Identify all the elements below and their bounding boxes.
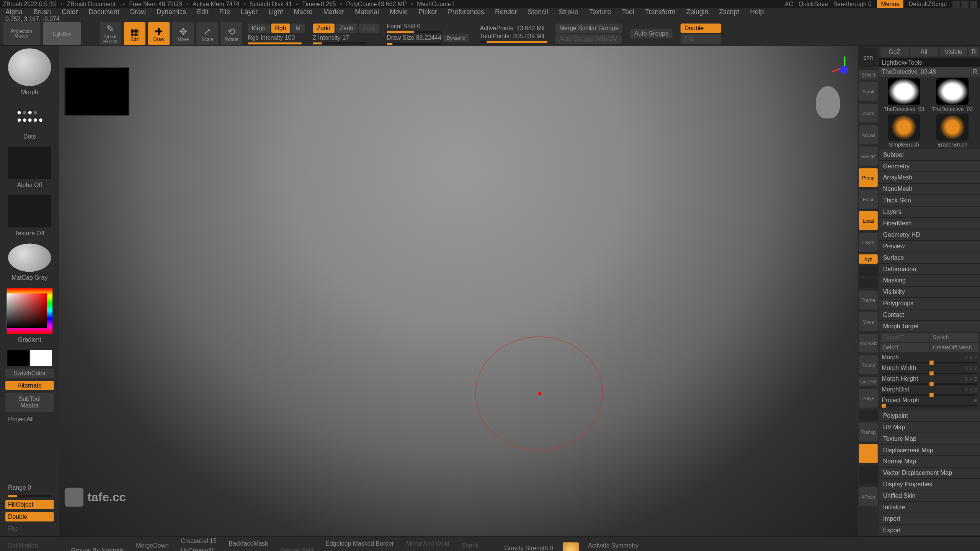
creatediff-button[interactable]: CreateDiff Mesh — [930, 343, 979, 352]
menu-render[interactable]: Render — [495, 8, 517, 15]
switchcolor-button[interactable]: SwitchColor — [5, 369, 54, 378]
section-preview[interactable]: Preview — [879, 241, 980, 252]
local-button[interactable]: Local — [859, 211, 878, 230]
xpose-button[interactable]: XPose — [859, 487, 878, 506]
tool-thumb-3[interactable]: SimpleBrush — [880, 114, 928, 148]
projection-master-button[interactable]: Projection Master — [3, 22, 40, 45]
mrgb-button[interactable]: Mrgb — [248, 23, 270, 33]
section-geometry[interactable]: Geometry — [879, 161, 980, 172]
section-uvmap[interactable]: UV Map — [879, 422, 980, 433]
minimize-icon[interactable] — [952, 0, 960, 8]
section-thickskin[interactable]: Thick Skin — [879, 195, 980, 207]
section-polypaint[interactable]: Polypaint — [879, 411, 980, 422]
section-polygroups[interactable]: Polygroups — [879, 298, 980, 310]
section-deformation[interactable]: Deformation — [879, 264, 980, 275]
all-tab[interactable]: All — [910, 47, 938, 57]
m-button[interactable]: M — [291, 23, 304, 33]
morphwidth-slider[interactable]: Morph Width — [882, 365, 916, 372]
close-icon[interactable] — [970, 0, 977, 8]
morphdist-slider[interactable]: MorphDist — [882, 386, 909, 393]
menu-marker[interactable]: Marker — [323, 8, 344, 15]
tool-thumb-2[interactable]: TheDetective_03 — [929, 78, 976, 112]
persp-button[interactable]: Persp — [859, 168, 878, 187]
storemt-button[interactable]: StoreMT — [880, 333, 929, 342]
menu-material[interactable]: Material — [355, 8, 379, 15]
uncreaseall-button[interactable]: UnCreaseAll — [178, 546, 219, 551]
alpha-swatch[interactable] — [8, 147, 51, 179]
mirrorweld-button[interactable]: Mirror And Weld — [403, 540, 452, 548]
projectall-button[interactable]: ProjectAll — [5, 414, 54, 424]
mergedown-button[interactable]: MergeDown — [133, 541, 171, 549]
maximize-icon[interactable] — [961, 0, 969, 8]
double2-button[interactable]: Double — [5, 512, 54, 522]
section-morphtarget[interactable]: Morph Target — [879, 321, 980, 333]
shrink-button[interactable]: Shrink — [459, 541, 481, 549]
stroke-swatch[interactable] — [8, 102, 51, 130]
section-subtool[interactable]: Subtool — [879, 149, 980, 161]
transp-button[interactable]: Transp — [859, 422, 878, 441]
gravity-slider[interactable]: Gravity Strength 0 — [501, 544, 556, 551]
aahalf-button[interactable]: AAHalf — [859, 147, 878, 165]
menu-dynamics[interactable]: Dynamics — [157, 8, 186, 15]
focal-shift-slider[interactable]: Focal Shift 0 — [387, 23, 469, 29]
menu-transform[interactable]: Transform — [645, 8, 675, 15]
menu-stroke[interactable]: Stroke — [559, 8, 578, 15]
groupsbynormals-button[interactable]: Groups By Normals — [69, 546, 127, 551]
move-button[interactable]: ✥Move — [172, 22, 194, 45]
scroll-button[interactable]: Scroll — [859, 82, 878, 101]
auto-groups-button[interactable]: Auto Groups — [630, 29, 672, 39]
visible-tab[interactable]: Visible — [939, 47, 968, 57]
section-import[interactable]: Import — [879, 514, 980, 525]
flip2-button[interactable]: Flip — [5, 524, 54, 534]
rtool-19[interactable] — [859, 411, 878, 420]
rtool-21[interactable] — [859, 444, 878, 463]
section-fibermesh[interactable]: FiberMesh — [879, 218, 980, 230]
camera-head-icon[interactable] — [816, 86, 840, 118]
canvas-3d[interactable] — [59, 46, 858, 536]
seethrough-slider[interactable]: See-through 0 — [833, 1, 872, 8]
move-nav-button[interactable]: Move — [859, 312, 878, 331]
inflateballoon-button[interactable]: Inflate Balloon — [226, 549, 271, 551]
range-slider[interactable]: Range 0 — [5, 483, 54, 492]
tool-name[interactable]: TheDetective_03.48 — [882, 68, 936, 75]
bpr-button[interactable]: BPR — [859, 49, 878, 67]
backfacemask-button[interactable]: BackfaceMask — [226, 540, 271, 548]
double-button[interactable]: Double — [680, 24, 720, 33]
goz-tab[interactable]: GoZ — [880, 47, 909, 57]
draw-size-slider[interactable]: Draw Size 88.22444 — [387, 34, 441, 41]
menu-texture[interactable]: Texture — [589, 8, 611, 15]
rtool-22[interactable] — [859, 466, 878, 484]
linefill-button[interactable]: Line Fill — [859, 377, 878, 386]
menu-picker[interactable]: Picker — [418, 8, 437, 15]
switch-button[interactable]: Switch — [930, 333, 979, 342]
draw-button[interactable]: ✚Draw — [148, 22, 170, 45]
z-intensity-slider[interactable]: Z Intensity 17 — [313, 34, 379, 41]
tool-thumb-1[interactable]: TheDetective_03 — [880, 78, 928, 112]
section-contact[interactable]: Contact — [879, 310, 980, 321]
inflate-slider[interactable]: Inflate — [323, 549, 397, 551]
section-displayprops[interactable]: Display Properties — [879, 479, 980, 491]
menu-alpha[interactable]: Alpha — [5, 8, 23, 15]
tool-breadcrumb[interactable]: Lightbox▸Tools — [879, 58, 980, 67]
menu-help[interactable]: Help — [750, 8, 764, 15]
morph-slider[interactable]: Morph — [882, 354, 899, 361]
nav-gizmo[interactable] — [808, 66, 848, 133]
section-layers[interactable]: Layers — [879, 207, 980, 218]
section-unifiedskin[interactable]: Unified Skin — [879, 491, 980, 502]
lightbox-button[interactable]: LightBox — [43, 22, 81, 45]
rtool-11[interactable] — [859, 266, 878, 276]
color-picker[interactable] — [7, 288, 53, 334]
secondary-color[interactable] — [7, 350, 29, 366]
default-zscript[interactable]: DefaultZScript — [909, 1, 947, 8]
section-masking[interactable]: Masking — [879, 275, 980, 287]
menu-edit[interactable]: Edit — [197, 8, 208, 15]
projectmorph-slider[interactable]: Project Morph — [882, 397, 920, 404]
alternate-button[interactable]: Alternate — [5, 381, 54, 390]
xyz-button[interactable]: Xyz — [859, 254, 878, 264]
section-displacement[interactable]: Displacement Map — [879, 445, 980, 456]
tool-thumb-4[interactable]: EraserBrush — [929, 114, 976, 148]
polyf-button[interactable]: PolyF — [859, 389, 878, 408]
menu-color[interactable]: Color — [62, 8, 78, 15]
section-normalmap[interactable]: Normal Map — [879, 456, 980, 468]
section-surface[interactable]: Surface — [879, 252, 980, 264]
